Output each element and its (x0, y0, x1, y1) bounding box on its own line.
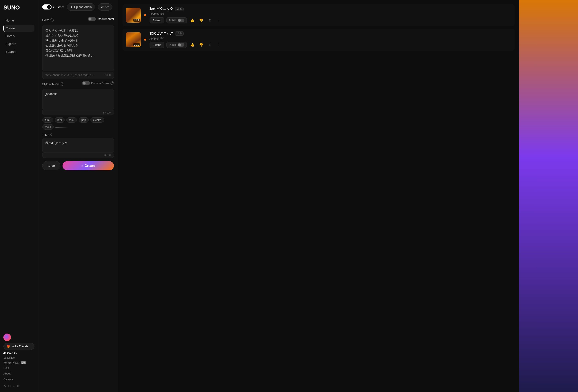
music-note-icon: ♪ (81, 164, 83, 168)
exclude-styles-row[interactable]: Exclude Styles ? (82, 81, 114, 85)
song-title-2: 秋のピクニック (149, 31, 173, 36)
song-card-1: 2:25 秋のピクニック v3.5 j-pop gentle Extend Pu… (123, 4, 515, 26)
careers-link[interactable]: Careers (3, 377, 34, 381)
create-header: Custom ⬆ Upload Audio v3.5 ▾ (42, 3, 114, 10)
dislike-button-1[interactable]: 👎 (198, 17, 204, 24)
song-genre-2: j-pop gentle (149, 37, 511, 40)
extend-button-1[interactable]: Extend (149, 17, 164, 23)
song-thumbnail-2[interactable]: 2:21 (126, 32, 141, 47)
song-duration-1: 2:25 (133, 19, 140, 22)
public-toggle-1[interactable]: Public (166, 17, 187, 23)
sidebar-item-explore[interactable]: Explore (3, 40, 34, 47)
lyrics-help-icon[interactable]: ? (50, 18, 54, 22)
avatar[interactable] (3, 334, 11, 341)
whats-new-item[interactable]: What's New? 20 (3, 361, 34, 364)
upload-icon: ⬆ (70, 5, 73, 9)
title-label: Title (42, 133, 47, 136)
exclude-styles-label: Exclude Styles (91, 82, 109, 85)
chevron-down-icon: ▾ (107, 5, 109, 9)
pub-toggle-slider-2[interactable] (178, 43, 185, 47)
gift-icon: 🎁 (6, 345, 10, 348)
song-title-1: 秋のピクニック (149, 7, 173, 11)
style-char-count: 8 / 120 (42, 110, 114, 115)
tiktok-icon[interactable]: ♪ (13, 384, 15, 388)
twitter-icon[interactable]: ✕ (3, 384, 6, 388)
exclude-help-icon[interactable]: ? (110, 81, 114, 85)
exclude-toggle-slider[interactable] (82, 81, 90, 85)
style-tag-funk[interactable]: funk (42, 117, 53, 122)
song-info-2: 秋のピクニック v3.5 j-pop gentle Extend Public … (149, 31, 511, 48)
style-tag-melo[interactable]: melo (42, 124, 54, 129)
discord-icon[interactable]: ⊕ (17, 384, 20, 388)
custom-toggle-switch[interactable] (42, 4, 51, 9)
custom-toggle-container[interactable]: Custom (42, 4, 64, 9)
custom-toggle-label: Custom (53, 5, 64, 9)
invite-friends-button[interactable]: 🎁 Invite Friends (3, 343, 34, 350)
sidebar-item-create[interactable]: Create (3, 25, 34, 32)
public-toggle-2[interactable]: Public (166, 42, 187, 48)
like-button-1[interactable]: 👍 (189, 17, 196, 24)
style-help-icon[interactable]: ? (61, 82, 64, 86)
create-button[interactable]: ♪ Create (62, 161, 114, 170)
title-label-row: Title ? (42, 133, 114, 136)
public-label-1: Public (169, 19, 176, 22)
style-tag-lofi[interactable]: lo-fi (55, 117, 65, 122)
style-tags-row: funk lo-fi rock pop electro melo (42, 117, 114, 129)
instrumental-toggle[interactable] (88, 17, 96, 21)
like-button-2[interactable]: 👍 (189, 41, 196, 48)
share-button-1[interactable]: ⬆ (207, 17, 213, 24)
exclude-styles-toggle[interactable] (82, 81, 90, 85)
title-char-count: 8 / 80 (42, 153, 114, 158)
title-help-icon[interactable]: ? (48, 133, 52, 136)
style-scroll-indicator (55, 127, 68, 128)
song-active-dot-2 (144, 39, 146, 41)
sidebar-item-home[interactable]: Home (3, 17, 34, 24)
style-label: Style of Music (42, 82, 59, 86)
instagram-icon[interactable]: ◻ (8, 384, 11, 388)
help-link[interactable]: Help (3, 366, 34, 370)
lyrics-section-header: Lyrics ? Instrumental (42, 15, 114, 23)
upload-audio-button[interactable]: ⬆ Upload Audio (67, 3, 95, 10)
style-textarea[interactable]: japanese (42, 89, 114, 110)
extend-button-2[interactable]: Extend (149, 42, 164, 48)
pub-toggle-slider-1[interactable] (178, 19, 185, 22)
song-version-2: v3.5 (175, 32, 184, 36)
song-duration-2: 2:21 (133, 43, 140, 46)
instrumental-toggle-row[interactable]: Instrumental (88, 17, 114, 21)
song-title-row-2: 秋のピクニック v3.5 (149, 31, 511, 36)
version-selector[interactable]: v3.5 ▾ (98, 3, 112, 10)
more-button-1[interactable]: ⋮ (215, 17, 222, 24)
social-icons-row: ✕ ◻ ♪ ⊕ (3, 384, 34, 388)
dislike-button-2[interactable]: 👎 (198, 41, 204, 48)
sidebar-item-search[interactable]: Search (3, 48, 34, 55)
style-tag-pop[interactable]: pop (79, 117, 89, 122)
main-content: Custom ⬆ Upload Audio v3.5 ▾ Lyrics ? In… (38, 0, 578, 392)
instrumental-label: Instrumental (97, 17, 114, 21)
app-logo: SUNO (3, 4, 34, 11)
song-version-1: v3.5 (175, 7, 184, 11)
credits-display: 40 Credits (3, 352, 34, 355)
right-decorative-panel (519, 0, 578, 392)
toggle-slider[interactable] (42, 4, 51, 9)
instrumental-toggle-slider[interactable] (88, 17, 96, 21)
style-tag-rock[interactable]: rock (66, 117, 77, 122)
share-button-2[interactable]: ⬆ (207, 41, 213, 48)
clear-button[interactable]: Clear (42, 161, 60, 170)
title-textarea[interactable]: 秋のピクニック (42, 138, 114, 153)
write-about-bar[interactable]: Write About: 色とりどりの木々の影に ... / 3000 (42, 72, 114, 79)
lyrics-textarea[interactable]: 色とりどりの木々の影に 風がさすらい 静かに歌う 秋の日差し 全てを照らし 心は… (42, 25, 114, 71)
song-genre-1: j-pop gentle (149, 12, 511, 15)
song-thumbnail-1[interactable]: 2:25 (126, 8, 141, 23)
lyrics-label-row: Lyrics ? (42, 18, 54, 22)
style-label-row: Style of Music ? (42, 82, 64, 86)
sidebar: SUNO Home Create Library Explore Search … (0, 0, 38, 392)
song-active-dot-1 (144, 14, 146, 16)
whats-new-badge: 20 (21, 361, 26, 364)
more-button-2[interactable]: ⋮ (215, 41, 222, 48)
style-tag-electro[interactable]: electro (91, 117, 104, 122)
style-section-header: Style of Music ? Exclude Styles ? (42, 79, 114, 87)
public-label-2: Public (169, 43, 176, 46)
sidebar-item-library[interactable]: Library (3, 33, 34, 39)
subscribe-link[interactable]: Subscribe (3, 356, 34, 359)
about-link[interactable]: About (3, 372, 34, 376)
